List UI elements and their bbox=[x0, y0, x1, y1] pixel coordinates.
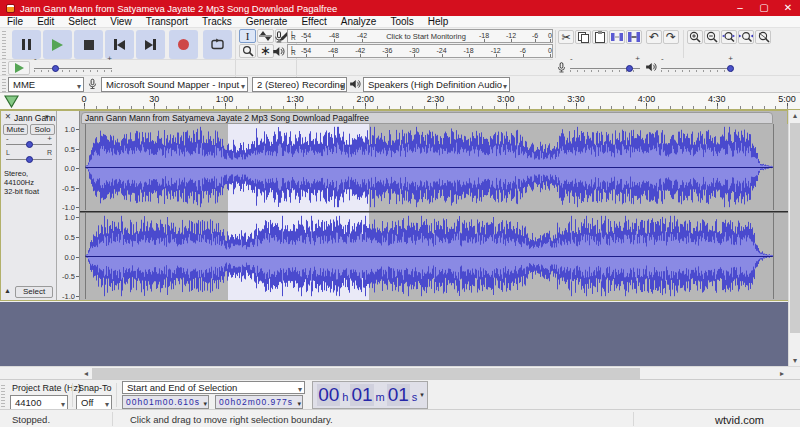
zoom-toggle-icon bbox=[757, 31, 770, 43]
redo-icon: ↷ bbox=[666, 30, 676, 44]
menu-edit[interactable]: Edit bbox=[30, 16, 61, 28]
audio-position-display[interactable]: 00h01m01s▾ bbox=[312, 381, 428, 409]
loop-button[interactable] bbox=[203, 30, 232, 59]
zoom-tool-button[interactable] bbox=[239, 44, 256, 58]
device-toolbar-grabber[interactable] bbox=[2, 77, 6, 92]
close-button[interactable]: ✕ bbox=[776, 0, 800, 16]
gain-slider-thumb[interactable] bbox=[26, 141, 33, 148]
play-speed-slider-thumb[interactable] bbox=[52, 65, 59, 72]
recording-volume-slider[interactable]: -+ bbox=[570, 61, 640, 75]
silence-audio-button[interactable] bbox=[626, 30, 642, 44]
recording-meter[interactable]: L R -54-48-42Click to Start Monitoring-1… bbox=[287, 29, 553, 43]
record-meter-mic-icon[interactable] bbox=[273, 30, 285, 44]
waveform-canvas[interactable] bbox=[80, 124, 789, 300]
position-digits[interactable]: 01 bbox=[350, 384, 373, 406]
menu-analyze[interactable]: Analyze bbox=[334, 16, 384, 28]
stop-button[interactable] bbox=[74, 30, 103, 59]
envelope-tool-button[interactable] bbox=[257, 29, 274, 43]
menu-tracks[interactable]: Tracks bbox=[195, 16, 239, 28]
pan-slider-thumb[interactable] bbox=[26, 156, 33, 163]
zoom-out-button[interactable] bbox=[704, 30, 720, 44]
fit-selection-icon bbox=[722, 31, 736, 43]
position-digits[interactable]: 01 bbox=[387, 384, 410, 406]
horizontal-scrollbar[interactable]: ◂ ▸ bbox=[0, 366, 800, 379]
undo-icon: ↶ bbox=[649, 30, 659, 44]
recording-volume-thumb[interactable] bbox=[626, 65, 633, 72]
playback-volume-slider[interactable]: -+ bbox=[661, 61, 733, 75]
play-at-speed-button[interactable] bbox=[8, 61, 30, 75]
transport-toolbar-grabber[interactable] bbox=[2, 30, 6, 59]
selection-toolbar-grabber[interactable] bbox=[1, 383, 5, 407]
track-control-panel: ✕ Jann Gann M ▾ Mute Solo -+ LR Stereo, … bbox=[1, 111, 57, 300]
project-rate-select[interactable]: 44100▾ bbox=[10, 395, 68, 410]
track-close-button[interactable]: ✕ bbox=[3, 112, 13, 122]
selection-start-field[interactable]: 00h01m00.610s▾ bbox=[122, 395, 209, 409]
trim-audio-button[interactable] bbox=[609, 30, 625, 44]
meter-scale-label: -12 bbox=[506, 32, 516, 39]
menu-file[interactable]: File bbox=[0, 16, 30, 28]
scroll-down-icon[interactable]: ▾ bbox=[789, 356, 800, 365]
scroll-left-icon[interactable]: ◂ bbox=[80, 369, 92, 378]
clip-title-bar[interactable]: Jann Gann Mann from Satyameva Jayate 2 M… bbox=[81, 112, 773, 124]
undo-button[interactable]: ↶ bbox=[646, 30, 662, 44]
playback-meter[interactable]: L R -54-48-42-36-30-24-18-12-60 bbox=[287, 44, 553, 58]
vertical-scrollbar-thumb[interactable] bbox=[790, 123, 800, 333]
paste-icon bbox=[595, 31, 605, 43]
redo-button[interactable]: ↷ bbox=[663, 30, 679, 44]
meter-scale-label: -30 bbox=[409, 47, 419, 54]
audio-host-select[interactable]: MME▾ bbox=[8, 77, 84, 92]
gain-slider[interactable]: -+ bbox=[6, 138, 52, 150]
menu-select[interactable]: Select bbox=[61, 16, 103, 28]
recording-volume-mic-icon bbox=[556, 61, 567, 74]
timeline-ruler[interactable]: 0301:001:302:002:303:003:304:004:305:00 bbox=[0, 93, 800, 110]
scroll-up-icon[interactable]: ▴ bbox=[789, 111, 800, 120]
menu-generate[interactable]: Generate bbox=[239, 16, 295, 28]
menu-view[interactable]: View bbox=[103, 16, 139, 28]
recording-channels-select[interactable]: 2 (Stereo) Recording Chann▾ bbox=[252, 77, 347, 92]
select-track-button[interactable]: Select bbox=[15, 286, 53, 298]
fit-selection-button[interactable] bbox=[721, 30, 737, 44]
selection-tool-button[interactable]: I bbox=[239, 29, 256, 43]
menu-help[interactable]: Help bbox=[421, 16, 456, 28]
menu-transport[interactable]: Transport bbox=[139, 16, 195, 28]
playback-device-select[interactable]: Speakers (High Definition Audio▾ bbox=[363, 77, 510, 92]
recording-device-select[interactable]: Microsoft Sound Mapper - Input▾ bbox=[101, 77, 248, 92]
scroll-right-icon[interactable]: ▸ bbox=[776, 369, 788, 378]
collapse-track-button[interactable]: ▲ bbox=[4, 287, 11, 294]
play-button[interactable] bbox=[43, 30, 72, 59]
click-to-start-monitoring[interactable]: Click to Start Monitoring bbox=[386, 32, 466, 41]
skip-to-end-button[interactable] bbox=[136, 30, 165, 59]
menu-effect[interactable]: Effect bbox=[294, 16, 333, 28]
copy-button[interactable] bbox=[575, 30, 591, 44]
play-at-speed-grabber[interactable] bbox=[2, 61, 6, 75]
chevron-down-icon: ▾ bbox=[298, 384, 302, 394]
track-menu-arrow-icon[interactable]: ▾ bbox=[45, 113, 49, 121]
playback-volume-thumb[interactable] bbox=[727, 65, 734, 72]
zoom-toggle-button[interactable] bbox=[755, 30, 771, 44]
selection-end-field[interactable]: 00h02m00.977s▾ bbox=[215, 395, 303, 409]
menu-tools[interactable]: Tools bbox=[383, 16, 420, 28]
empty-track-space bbox=[0, 302, 788, 366]
chevron-down-icon[interactable]: ▾ bbox=[420, 391, 424, 399]
project-rate-label: Project Rate (Hz) bbox=[12, 383, 81, 393]
vertical-scale-ruler[interactable]: 1.00.50.0-0.5-1.01.00.50.0-0.5-1.0 bbox=[57, 111, 80, 300]
position-digits[interactable]: 00 bbox=[317, 384, 340, 406]
window-title: Jann Gann Mann from Satyameva Jayate 2 M… bbox=[20, 3, 337, 14]
snap-to-select[interactable]: Off▾ bbox=[76, 395, 112, 410]
record-button[interactable] bbox=[169, 30, 198, 59]
play-speed-slider[interactable]: -+ bbox=[34, 61, 112, 75]
timeline-pin-icon[interactable] bbox=[4, 95, 19, 108]
maximize-button[interactable]: ▢ bbox=[752, 0, 776, 16]
cut-button[interactable]: ✂ bbox=[558, 30, 574, 44]
multi-tool-icon: ∗ bbox=[260, 46, 271, 56]
fit-project-button[interactable] bbox=[738, 30, 754, 44]
zoom-in-button[interactable] bbox=[687, 30, 703, 44]
pan-slider[interactable]: LR bbox=[6, 153, 52, 165]
vertical-scrollbar[interactable]: ▴ ▾ bbox=[788, 110, 800, 366]
horizontal-scrollbar-thumb[interactable] bbox=[92, 368, 640, 379]
play-meter-speaker-icon[interactable] bbox=[272, 45, 285, 58]
amp-scale-label: 1.0 bbox=[65, 213, 75, 222]
paste-button[interactable] bbox=[592, 30, 608, 44]
selection-mode-select[interactable]: Start and End of Selection▾ bbox=[122, 381, 305, 394]
minimize-button[interactable]: – bbox=[728, 0, 752, 16]
